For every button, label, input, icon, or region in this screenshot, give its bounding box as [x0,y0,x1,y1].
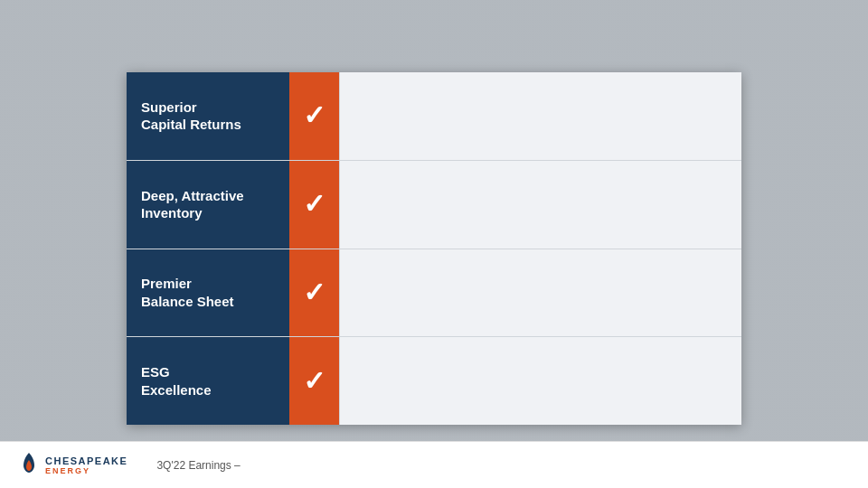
check-cell-2: ✓ [289,161,339,249]
footer-tagline: 3Q'22 Earnings – [156,459,240,472]
content-cell-1 [339,72,741,160]
company-logo: CHESAPEAKE ENERGY [18,451,149,480]
checkmark-icon-2: ✓ [303,191,326,218]
label-cell-1: Superior Capital Returns [127,72,289,160]
label-cell-4: ESG Excellence [127,337,289,425]
logo-company-name: CHESAPEAKE [45,455,127,466]
checkmark-icon-4: ✓ [303,368,326,395]
checkmark-icon-3: ✓ [303,279,326,306]
row-label-2: Deep, Attractive Inventory [141,187,244,222]
row-label-4: ESG Excellence [141,363,212,399]
flame-icon [18,451,40,480]
table-row: Superior Capital Returns ✓ [127,72,741,161]
content-cell-2 [339,161,741,249]
check-cell-1: ✓ [289,72,339,160]
check-cell-3: ✓ [289,249,339,337]
logo-company-type: ENERGY [45,466,90,475]
table-row: Deep, Attractive Inventory ✓ [127,161,741,249]
slide-container: Superior Capital Returns ✓ Deep, Attract… [127,72,741,425]
table-row: ESG Excellence ✓ [127,337,741,425]
check-cell-4: ✓ [289,337,339,425]
label-cell-2: Deep, Attractive Inventory [127,161,289,249]
logo-text-block: CHESAPEAKE ENERGY [45,455,127,475]
checkmark-icon-1: ✓ [303,102,326,129]
content-cell-3 [339,249,741,337]
row-label-1: Superior Capital Returns [141,99,241,134]
label-cell-3: Premier Balance Sheet [127,249,289,337]
footer: CHESAPEAKE ENERGY 3Q'22 Earnings – [0,441,868,488]
content-table: Superior Capital Returns ✓ Deep, Attract… [127,72,741,425]
content-cell-4 [339,337,741,425]
row-label-3: Premier Balance Sheet [141,275,234,310]
table-row: Premier Balance Sheet ✓ [127,249,741,338]
